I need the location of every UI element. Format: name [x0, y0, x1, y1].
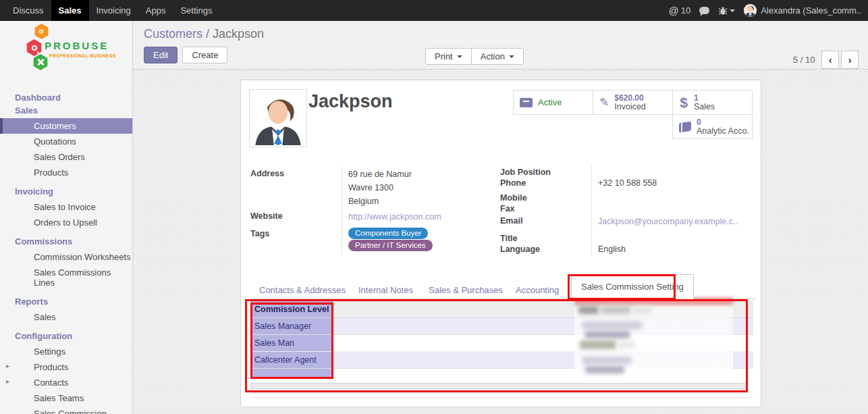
sheet-bottom-divider: [250, 397, 753, 398]
customer-photo: [249, 89, 307, 147]
tab-internal-notes[interactable]: Internal Notes: [358, 285, 413, 295]
commission-level-cell: [250, 369, 333, 378]
commission-levels-table: Commission Level Sales Manager Sales Man…: [250, 301, 753, 389]
action-dropdown-button[interactable]: Action: [471, 48, 524, 65]
job-position-label: Job Position: [500, 167, 551, 177]
bug-icon: [718, 6, 728, 16]
active-stat-button[interactable]: Active: [513, 90, 593, 115]
sidebar-item-settings[interactable]: Settings: [0, 344, 132, 359]
sidebar-item-sales-commission-levels[interactable]: Sales Commission Levels: [0, 406, 132, 414]
chat-bubble-icon[interactable]: [699, 7, 709, 14]
language-value: English: [598, 244, 626, 254]
address-line-2: Wavre 1300: [348, 183, 394, 192]
sales-count-label: Sales: [694, 103, 715, 111]
phone-label: Phone: [500, 178, 526, 188]
sidebar-item-customers[interactable]: Customers: [0, 118, 132, 134]
sidebar-header-configuration[interactable]: Configuration: [0, 325, 132, 344]
sidebar-item-orders-to-upsell[interactable]: Orders to Upsell: [0, 215, 132, 230]
user-menu[interactable]: Alexandra (Sales_comm..: [744, 4, 861, 17]
menu-discuss[interactable]: Discuss: [5, 0, 51, 21]
book-icon: [679, 121, 691, 132]
pager-previous-button[interactable]: ‹: [821, 51, 839, 69]
website-link[interactable]: http://www.jackpson.com: [348, 212, 441, 222]
mention-count: 10: [681, 5, 690, 16]
record-title: Jackpson: [308, 91, 393, 112]
invoiced-stat-button[interactable]: ✎ $620.00 Invoiced: [593, 90, 673, 115]
customer-form-sheet: Jackpson Active ✎ $620.00 Invoiced: [240, 80, 761, 407]
invoiced-value: $620.00: [614, 94, 646, 103]
edit-button[interactable]: Edit: [144, 47, 178, 63]
logo-name: PROBUSE: [45, 40, 109, 51]
mentions-counter[interactable]: @ 10: [668, 5, 690, 16]
menu-invoicing[interactable]: Invoicing: [89, 0, 138, 21]
sidebar-header-reports[interactable]: Reports: [0, 290, 132, 309]
sidebar-item-quotations[interactable]: Quotations: [0, 134, 132, 149]
sidebar-header-sales[interactable]: Sales: [0, 105, 132, 118]
form-view-background: Jackpson Active ✎ $620.00 Invoiced: [133, 70, 868, 414]
phone-value: +32 10 588 558: [598, 178, 657, 188]
sales-stat-button[interactable]: $ 1 Sales: [672, 90, 753, 115]
field-separator: [591, 165, 592, 256]
sidebar-item-products[interactable]: Products: [0, 165, 132, 180]
sidebar-item-sales-commissions-lines[interactable]: Sales Commissions Lines: [0, 265, 132, 290]
dollar-icon: $: [679, 95, 688, 111]
commission-level-column-header: Commission Level: [250, 301, 333, 317]
sidebar-header-commissions[interactable]: Commissions: [0, 230, 132, 249]
address-line-1: 69 rue de Namur: [348, 170, 412, 179]
menu-settings[interactable]: Settings: [173, 0, 219, 21]
sidebar-item-reports-sales[interactable]: Sales: [0, 309, 132, 325]
table-row[interactable]: Callcenter Agent: [250, 352, 753, 369]
table-header-row: Commission Level: [250, 301, 753, 318]
menu-apps[interactable]: Apps: [138, 0, 173, 21]
tab-sales-purchases[interactable]: Sales & Purchases: [429, 285, 503, 295]
sidebar-item-sales-orders[interactable]: Sales Orders: [0, 149, 132, 165]
debug-menu[interactable]: [718, 6, 735, 16]
user-avatar: [744, 4, 757, 17]
table-row[interactable]: Sales Manager: [250, 318, 753, 335]
tools-hexagon-icon: [32, 54, 49, 70]
title-label: Title: [500, 234, 517, 243]
analytic-accounts-stat-button[interactable]: 0 Analytic Acco...: [672, 114, 753, 139]
field-separator: [342, 167, 342, 255]
website-label: Website: [250, 211, 283, 221]
record-pager: 5 / 10 ‹ ›: [793, 51, 859, 69]
tab-sales-commission-setting[interactable]: Sales Commission Setting: [571, 274, 694, 299]
breadcrumb-customers-link[interactable]: Customers: [144, 27, 202, 41]
analytic-value: 0: [697, 118, 749, 127]
pager-counter: 5 / 10: [793, 55, 815, 65]
magnifier-hexagon-icon: [26, 39, 43, 56]
sidebar-item-config-contacts[interactable]: ▸ Contacts: [0, 375, 132, 390]
sidebar: ⚙ PROBUSE PROFESSIONAL BUSINESS Dashboar…: [0, 21, 133, 414]
tab-contacts-addresses[interactable]: Contacts & Addresses: [259, 285, 346, 295]
tag-components-buyer: Components Buyer: [348, 228, 428, 239]
email-link[interactable]: Jackpson@yourcompany.example.c..: [598, 217, 738, 226]
breadcrumb: Customers / Jackpson: [144, 27, 857, 41]
pager-next-button[interactable]: ›: [841, 51, 859, 69]
sidebar-header-dashboard[interactable]: Dashboard: [0, 90, 132, 105]
breadcrumb-separator: /: [206, 27, 209, 41]
invoiced-label: Invoiced: [614, 103, 646, 111]
table-row[interactable]: [250, 369, 753, 378]
language-label: Language: [500, 244, 540, 254]
chevron-down-icon: [730, 9, 735, 15]
print-label: Print: [435, 51, 453, 61]
fax-label: Fax: [500, 204, 515, 213]
systray: @ 10: [668, 4, 861, 17]
sidebar-item-commission-worksheets[interactable]: Commission Worksheets: [0, 249, 132, 265]
sidebar-item-sales-teams[interactable]: Sales Teams: [0, 390, 132, 406]
sidebar-header-invoicing[interactable]: Invoicing: [0, 180, 132, 199]
chevron-down-icon: [509, 55, 514, 61]
expand-caret-icon: ▸: [6, 378, 9, 385]
sidebar-item-config-products[interactable]: ▸ Products: [0, 359, 132, 375]
sidebar-item-sales-to-invoice[interactable]: Sales to Invoice: [0, 199, 132, 215]
create-button[interactable]: Create: [182, 47, 227, 63]
control-panel: Customers / Jackpson Edit Create Print A…: [133, 21, 868, 70]
table-row[interactable]: Sales Man: [250, 335, 753, 352]
menu-sales[interactable]: Sales: [51, 0, 89, 21]
address-line-3: Belgium: [348, 197, 379, 206]
tab-accounting[interactable]: Accounting: [516, 285, 559, 295]
print-dropdown-button[interactable]: Print: [425, 48, 472, 65]
notebook-tabs: Contacts & Addresses Internal Notes Sale…: [250, 281, 755, 299]
tag-partner-it-services: Partner / IT Services: [348, 240, 433, 251]
analytic-label: Analytic Acco...: [697, 127, 749, 136]
